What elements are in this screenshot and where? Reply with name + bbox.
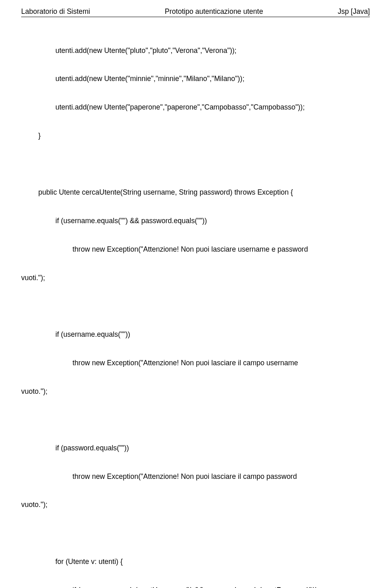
code-line: utenti.add(new Utente("paperone","papero… [21,103,370,112]
header-left: Laboratorio di Sistemi [21,7,90,16]
code-line: if (password.equals("")) [21,443,370,453]
code-line: } [21,131,370,140]
blank-line [21,415,370,424]
blank-line [21,301,370,311]
code-line: utenti.add(new Utente("minnie","minnie",… [21,74,370,83]
code-line: for (Utente v: utenti) { [21,557,370,566]
document-page: Laboratorio di Sistemi Prototipo autenti… [0,0,391,588]
code-line: throw new Exception("Attenzione! Non puo… [21,472,370,481]
code-line: if (username.equals("") && password.equa… [21,216,370,226]
code-line: throw new Exception("Attenzione! Non puo… [21,358,370,368]
blank-line [21,529,370,538]
code-line: throw new Exception("Attenzione! Non puo… [21,245,370,254]
blank-line [21,160,370,169]
code-line: vuoto."); [21,387,370,396]
header-center: Prototipo autenticazione utente [165,7,263,16]
code-line: if (username.equals(v.getUsername()) && … [21,586,370,588]
header-right: Jsp [Java] [338,7,370,16]
code-line: vuoto."); [21,500,370,509]
code-line: vuoti."); [21,273,370,283]
code-line: public Utente cercaUtente(String usernam… [21,188,370,197]
code-line: utenti.add(new Utente("pluto","pluto","V… [21,46,370,55]
page-header: Laboratorio di Sistemi Prototipo autenti… [21,7,370,17]
code-line: if (username.equals("")) [21,330,370,339]
code-block: utenti.add(new Utente("pluto","pluto","V… [21,27,370,588]
